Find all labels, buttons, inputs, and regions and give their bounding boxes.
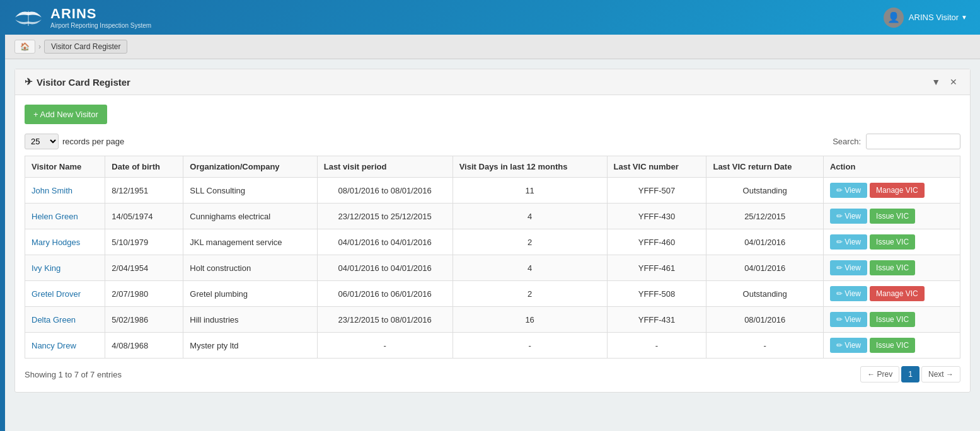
search-box: Search:	[833, 134, 960, 149]
cell-org: SLL Consulting	[183, 178, 317, 204]
pagination: ← Prev 1 Next →	[860, 366, 960, 382]
page-1-button[interactable]: 1	[901, 366, 919, 382]
cell-visit-days: 4	[453, 255, 607, 281]
cell-visit-days: 4	[453, 204, 607, 229]
col-org: Organization/Company	[183, 156, 317, 178]
manage-vic-button[interactable]: Manage VIC	[870, 183, 925, 198]
cell-action: ✏ View Issue VIC	[823, 229, 960, 255]
cell-org: Myster pty ltd	[183, 333, 317, 359]
cell-action: ✏ View Manage VIC	[823, 178, 960, 204]
cell-vic-return: -	[706, 333, 823, 359]
main-panel: ✈ Visitor Card Register ▼ ✕ + Add New Vi…	[14, 69, 971, 393]
cell-vic-number: YFFF-508	[607, 281, 706, 307]
cell-action: ✏ View Issue VIC	[823, 255, 960, 281]
cell-vic-return: Outstanding	[706, 281, 823, 307]
cell-visitor-name: John Smith	[25, 178, 105, 204]
panel-title-icon: ✈	[25, 76, 33, 88]
avatar: 👤	[884, 8, 904, 28]
showing-entries-text: Showing 1 to 7 of 7 entries	[25, 370, 122, 379]
table-footer: Showing 1 to 7 of 7 entries ← Prev 1 Nex…	[25, 366, 960, 382]
cell-visitor-name: Nancy Drew	[25, 333, 105, 359]
cell-last-visit: 04/01/2016 to 04/01/2016	[317, 229, 453, 255]
visitor-name-link[interactable]: Delta Green	[32, 315, 76, 325]
cell-vic-number: YFFF-430	[607, 204, 706, 229]
cell-action: ✏ View Issue VIC	[823, 204, 960, 229]
cell-org: Hill industries	[183, 307, 317, 333]
table-row: Mary Hodges 5/10/1979 JKL management ser…	[25, 229, 960, 255]
table-header: Visitor Name Date of birth Organization/…	[25, 156, 960, 178]
cell-action: ✏ View Issue VIC	[823, 333, 960, 359]
panel-title: ✈ Visitor Card Register	[25, 76, 130, 88]
cell-last-visit: 23/12/2015 to 25/12/2015	[317, 204, 453, 229]
issue-vic-button[interactable]: Issue VIC	[870, 260, 915, 275]
breadcrumb-separator: ›	[38, 42, 41, 51]
col-dob: Date of birth	[105, 156, 183, 178]
cell-vic-number: YFFF-461	[607, 255, 706, 281]
cell-visitor-name: Gretel Drover	[25, 281, 105, 307]
manage-vic-button[interactable]: Manage VIC	[870, 286, 925, 301]
cell-dob: 8/12/1951	[105, 178, 183, 204]
panel-body: + Add New Visitor 25 50 100 records per …	[15, 95, 970, 392]
col-action: Action	[823, 156, 960, 178]
cell-vic-return: 25/12/2015	[706, 204, 823, 229]
app-subtitle: Airport Reporting Inspection System	[50, 22, 151, 29]
visitor-name-link[interactable]: Nancy Drew	[32, 341, 76, 350]
view-button[interactable]: ✏ View	[830, 183, 867, 198]
cell-visit-days: -	[453, 333, 607, 359]
view-button[interactable]: ✏ View	[830, 338, 867, 353]
breadcrumb-current: Visitor Card Register	[44, 40, 127, 54]
panel-collapse-button[interactable]: ▼	[928, 76, 943, 88]
visitor-name-link[interactable]: John Smith	[32, 186, 72, 195]
records-per-page-select[interactable]: 25 50 100	[25, 134, 59, 149]
cell-vic-number: YFFF-431	[607, 307, 706, 333]
cell-dob: 4/08/1968	[105, 333, 183, 359]
panel-close-button[interactable]: ✕	[947, 76, 960, 88]
cell-visitor-name: Mary Hodges	[25, 229, 105, 255]
cell-vic-return: 04/01/2016	[706, 255, 823, 281]
breadcrumb-home[interactable]: 🏠	[14, 40, 35, 54]
visitor-name-link[interactable]: Helen Green	[32, 212, 78, 221]
visitor-name-link[interactable]: Ivy King	[32, 263, 61, 273]
issue-vic-button[interactable]: Issue VIC	[870, 209, 915, 224]
cell-dob: 2/07/1980	[105, 281, 183, 307]
left-accent-bar	[0, 35, 5, 402]
cell-vic-number: YFFF-460	[607, 229, 706, 255]
view-button[interactable]: ✏ View	[830, 286, 867, 301]
cell-org: Holt construction	[183, 255, 317, 281]
cell-last-visit: 06/01/2016 to 06/01/2016	[317, 281, 453, 307]
table-row: Nancy Drew 4/08/1968 Myster pty ltd - - …	[25, 333, 960, 359]
app-title: ARINS	[50, 6, 151, 22]
issue-vic-button[interactable]: Issue VIC	[870, 234, 915, 250]
cell-org: Gretel plumbing	[183, 281, 317, 307]
cell-vic-number: -	[607, 333, 706, 359]
add-new-visitor-button[interactable]: + Add New Visitor	[25, 105, 107, 124]
view-button[interactable]: ✏ View	[830, 209, 867, 224]
view-button[interactable]: ✏ View	[830, 260, 867, 275]
table-row: Helen Green 14/05/1974 Cunnighams electr…	[25, 204, 960, 229]
next-page-button[interactable]: Next →	[921, 366, 960, 382]
col-last-visit: Last visit period	[317, 156, 453, 178]
logo-svg	[13, 5, 44, 30]
view-button[interactable]: ✏ View	[830, 312, 867, 327]
col-vic-number: Last VIC number	[607, 156, 706, 178]
cell-visitor-name: Ivy King	[25, 255, 105, 281]
cell-last-visit: 08/01/2016 to 08/01/2016	[317, 178, 453, 204]
issue-vic-button[interactable]: Issue VIC	[870, 338, 915, 353]
issue-vic-button[interactable]: Issue VIC	[870, 312, 915, 327]
search-input[interactable]	[866, 134, 960, 149]
app-logo: ARINS Airport Reporting Inspection Syste…	[13, 5, 151, 30]
user-menu[interactable]: 👤 ARINS Visitor ▼	[884, 8, 967, 28]
visitor-name-link[interactable]: Mary Hodges	[32, 238, 80, 247]
view-button[interactable]: ✏ View	[830, 234, 867, 250]
cell-visit-days: 2	[453, 281, 607, 307]
app-header: ARINS Airport Reporting Inspection Syste…	[0, 0, 980, 35]
cell-action: ✏ View Issue VIC	[823, 307, 960, 333]
records-per-page-control: 25 50 100 records per page	[25, 134, 124, 149]
cell-visit-days: 16	[453, 307, 607, 333]
cell-dob: 2/04/1954	[105, 255, 183, 281]
user-name: ARINS Visitor	[909, 13, 959, 22]
cell-last-visit: 04/01/2016 to 04/01/2016	[317, 255, 453, 281]
cell-vic-return: 08/01/2016	[706, 307, 823, 333]
visitor-name-link[interactable]: Gretel Drover	[32, 289, 81, 299]
prev-page-button[interactable]: ← Prev	[860, 366, 899, 382]
